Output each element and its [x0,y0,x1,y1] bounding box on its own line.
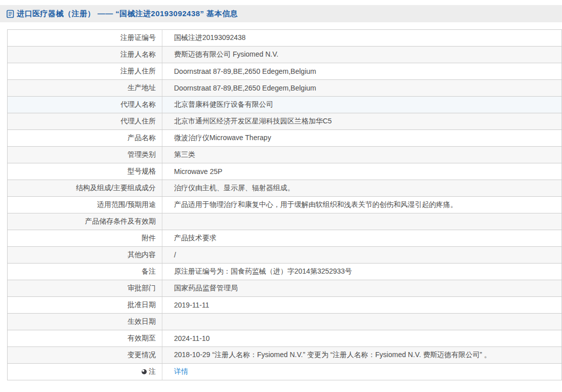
table-row: 审批部门 国家药品监督管理局 [8,280,562,297]
row-value [162,314,562,330]
registration-info-table: 注册证编号 国械注进20193092438 注册人名称 费斯迈德有限公司 Fys… [7,29,562,380]
row-value: Doornstraat 87-89,BE,2650 Edegem,Belgium [162,80,562,97]
table-row: 变更情况 2018-10-29 “注册人名称：Fysiomed N.V.” 变更… [8,347,562,364]
page-title: 进口医疗器械（注册） —— “国械注进20193092438” 基本信息 [17,9,238,19]
table-row: 批准日期 2019-11-11 [8,297,562,314]
table-row: 结构及组成/主要组成成分 治疗仪由主机、显示屏、辐射器组成。 [8,180,562,197]
row-value: 原注册证编号为：国食药监械（进）字2014第3252933号 [162,264,562,280]
table-row: 注册证编号 国械注进20193092438 [8,30,562,47]
row-label: 注册证编号 [8,30,162,47]
row-label: 注册人住所 [8,63,162,80]
table-row: 管理类别 第三类 [8,147,562,163]
row-value: 微波治疗仪Microwave Therapy [162,130,562,147]
table-row: 备注 原注册证编号为：国食药监械（进）字2014第3252933号 [8,264,562,280]
row-label: 有效期至 [8,330,162,347]
row-value: 2024-11-10 [162,330,562,347]
row-label: 审批部门 [8,280,162,297]
row-value: 北京市通州区经济开发区星湖科技园区兰格加华C5 [162,113,562,130]
row-label: 适用范围/预期用途 [8,197,162,213]
page-header: 进口医疗器械（注册） —— “国械注进20193092438” 基本信息 [0,5,562,22]
row-value: Doornstraat 87-89,BE,2650 Edegem,Belgium [162,63,562,80]
row-label: 管理类别 [8,147,162,163]
row-value: 详情 [162,364,562,380]
row-label: 代理人名称 [8,97,162,113]
row-label: 生效日期 [8,314,162,330]
note-icon [142,369,147,374]
table-row: 附件 产品技术要求 [8,230,562,247]
row-value: 北京普康科健医疗设备有限公司 [162,97,562,113]
row-label: 型号规格 [8,163,162,180]
table-row: 注 详情 [8,364,562,380]
row-label: 附件 [8,230,162,247]
row-label: 生产地址 [8,80,162,97]
table-row: 产品名称 微波治疗仪Microwave Therapy [8,130,562,147]
row-label: 注册人名称 [8,47,162,63]
row-value: 国械注进20193092438 [162,30,562,47]
row-label: 代理人住所 [8,113,162,130]
table-row: 注册人住所 Doornstraat 87-89,BE,2650 Edegem,B… [8,63,562,80]
row-label: 备注 [8,264,162,280]
row-value: 产品适用于物理治疗和康复中心，用于缓解由软组织和浅表关节的创伤和风湿引起的疼痛。 [162,197,562,213]
table-row: 生产地址 Doornstraat 87-89,BE,2650 Edegem,Be… [8,80,562,97]
detail-link[interactable]: 详情 [174,367,188,375]
row-label: 结构及组成/主要组成成分 [8,180,162,197]
table-row: 其他内容 / [8,247,562,264]
note-label: 注 [149,367,156,375]
row-value: Microwave 25P [162,163,562,180]
row-value: 费斯迈德有限公司 Fysiomed N.V. [162,47,562,63]
table-row: 型号规格 Microwave 25P [8,163,562,180]
table-row: 注册人名称 费斯迈德有限公司 Fysiomed N.V. [8,47,562,63]
row-value [162,213,562,230]
row-label: 其他内容 [8,247,162,264]
row-value: 治疗仪由主机、显示屏、辐射器组成。 [162,180,562,197]
row-value: 产品技术要求 [162,230,562,247]
row-label: 产品储存条件及有效期 [8,213,162,230]
row-value: / [162,247,562,264]
table-row: 代理人住所 北京市通州区经济开发区星湖科技园区兰格加华C5 [8,113,562,130]
row-value: 2018-10-29 “注册人名称：Fysiomed N.V.” 变更为 “注册… [162,347,562,364]
table-row: 有效期至 2024-11-10 [8,330,562,347]
table-row: 代理人名称 北京普康科健医疗设备有限公司 [8,97,562,113]
table-row: 产品储存条件及有效期 [8,213,562,230]
row-label-note: 注 [8,364,162,380]
row-label: 变更情况 [8,347,162,364]
table-row: 生效日期 [8,314,562,330]
row-label: 批准日期 [8,297,162,314]
row-value: 2019-11-11 [162,297,562,314]
row-value: 国家药品监督管理局 [162,280,562,297]
document-icon [7,10,14,18]
row-label: 产品名称 [8,130,162,147]
table-row: 适用范围/预期用途 产品适用于物理治疗和康复中心，用于缓解由软组织和浅表关节的创… [8,197,562,213]
row-value: 第三类 [162,147,562,163]
